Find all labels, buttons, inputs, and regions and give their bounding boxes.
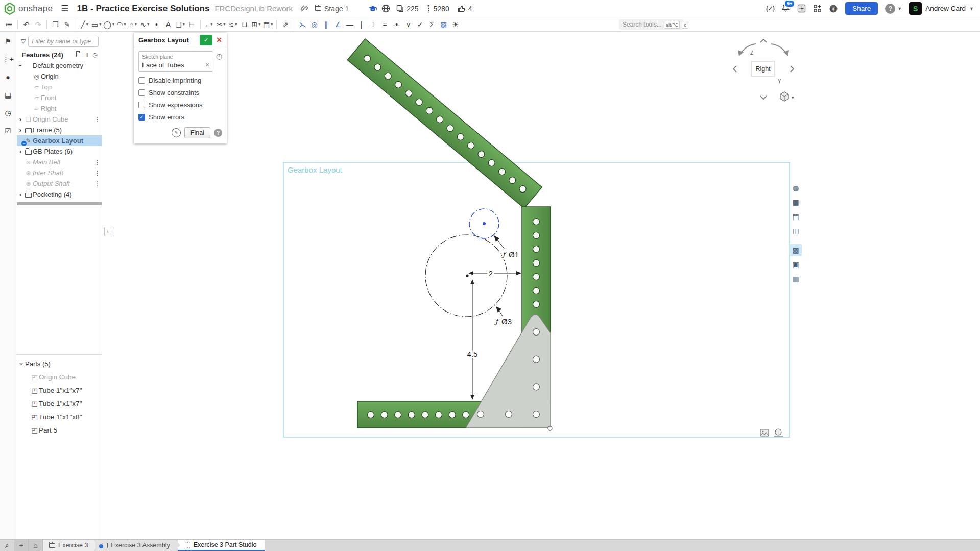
part-item[interactable]: Tube 1"x1"x7" xyxy=(17,384,102,397)
release-tasks-icon[interactable] xyxy=(797,4,806,13)
section-view-panel-icon[interactable]: ◫ xyxy=(790,225,802,237)
dialog-accept-button[interactable] xyxy=(200,35,212,45)
active-sketch-icon[interactable]: ✎ ▾ xyxy=(61,18,73,31)
user-menu[interactable]: S Andrew Card ▼ xyxy=(909,2,974,15)
sketch-origin-point[interactable] xyxy=(548,426,552,430)
part-item[interactable]: Tube 1"x1"x8" xyxy=(17,410,102,423)
tab-exercise-3[interactable]: Exercise 3 xyxy=(43,540,98,551)
model-viewport[interactable]: Gearbox Layout 2 xyxy=(102,32,980,539)
sketch-pattern-tool[interactable]: ⊞ ▾ xyxy=(250,18,262,31)
dialog-cancel-button[interactable] xyxy=(216,36,222,44)
undo-button[interactable]: ↶ ▾ xyxy=(20,18,32,31)
parts-expander-icon[interactable]: › xyxy=(18,360,26,367)
preview-toggle-icon[interactable]: ✎ xyxy=(172,128,181,137)
fillet-tool[interactable]: ⌐ ▾ xyxy=(203,18,215,31)
text-tool[interactable]: A ▾ xyxy=(162,18,174,31)
concentric-constraint[interactable]: ◎ ▾ xyxy=(308,18,320,31)
use-project-tool[interactable]: ❏ ▾ xyxy=(174,18,186,31)
overflow-menu-icon[interactable]: ⋮ xyxy=(94,180,100,187)
point-tool[interactable]: • ▾ xyxy=(151,18,162,31)
feature-tree-item[interactable]: › Origin Cube ⋮ xyxy=(17,114,102,125)
rotate-cw-icon[interactable] xyxy=(771,44,786,53)
coincident-constraint[interactable]: ⋋ ▾ xyxy=(297,18,308,31)
sketch-feature-list-icon[interactable]: ≔ ▾ xyxy=(3,18,15,31)
trim-tool[interactable]: ✂ ▾ xyxy=(215,18,227,31)
view-left-arrow-icon[interactable] xyxy=(733,66,736,72)
dimension-height-value[interactable]: 4.5 xyxy=(467,350,478,358)
arc-tool[interactable]: ◠ ▾ xyxy=(115,18,127,31)
filter-input[interactable] xyxy=(28,36,99,47)
follow-mode-icon[interactable]: ⋮+ xyxy=(3,54,13,64)
feature-tree-item[interactable]: › Origin ⋮ xyxy=(17,71,102,82)
rotate-ccw-icon[interactable] xyxy=(741,44,756,53)
tab-exercise-3-part-studio[interactable]: Exercise 3 Part Studio xyxy=(178,540,265,551)
history-clock-icon[interactable]: ◷ xyxy=(92,52,98,58)
tab-search-icon[interactable]: ⌕ xyxy=(0,540,14,551)
tab-exercise-3-assembly[interactable]: Exercise 3 Assembly xyxy=(95,540,180,551)
hatch-fill-icon[interactable]: ▨ ▾ xyxy=(438,18,449,31)
breadcrumb[interactable]: Stage 1 xyxy=(315,5,349,13)
curvature-visualization-icon[interactable]: ☀ ▾ xyxy=(449,18,461,31)
render-options-panel-icon[interactable]: ◍ xyxy=(790,182,802,194)
filter-icon[interactable]: ▽ xyxy=(21,38,26,45)
polygon-tool[interactable]: ⌂ ▾ xyxy=(127,18,139,31)
versions-icon[interactable]: ⚑ xyxy=(3,36,13,46)
feature-tree-item[interactable]: › Right ⋮ xyxy=(17,103,102,114)
public-globe-icon[interactable] xyxy=(381,4,390,13)
onshape-logo[interactable]: onshape xyxy=(4,3,53,15)
dimension-height[interactable]: 4.5 xyxy=(467,279,478,400)
render-mode-icon[interactable] xyxy=(760,429,769,436)
performance-panel-icon[interactable]: ▩ xyxy=(790,244,802,256)
feature-tree-item[interactable]: › Main Belt ⋮ xyxy=(17,157,102,167)
learning-center-icon[interactable]: ✳ xyxy=(829,4,838,13)
sketch-frame-label[interactable]: Gearbox Layout xyxy=(288,165,343,174)
part-item[interactable]: Origin Cube xyxy=(17,370,102,384)
workspace-name[interactable]: FRCDesignLib Rework xyxy=(214,4,293,13)
feature-tree-item[interactable]: › Default geometry ⋮ xyxy=(17,60,102,71)
dimension-d1-value[interactable]: Ø1 xyxy=(509,250,519,259)
search-tools-box[interactable]: Search tools... alt/⌥ c xyxy=(619,19,683,30)
document-title[interactable]: 1B - Practice Exercise Solutions xyxy=(77,4,210,14)
redo-button[interactable]: ↷ ▾ xyxy=(32,18,44,31)
dialog-checkbox[interactable]: Show constraints xyxy=(138,89,222,97)
feature-tree-item[interactable]: › GB Plates (6) ⋮ xyxy=(17,146,102,157)
line-tool[interactable]: ╱ ▾ xyxy=(79,18,90,31)
views-stat[interactable]: 5280 xyxy=(426,5,449,13)
feature-tree-item[interactable]: › Top ⋮ xyxy=(17,82,102,92)
copies-stat[interactable]: 225 xyxy=(396,5,418,13)
comments-icon[interactable]: ● xyxy=(3,72,13,82)
circle-d3-center-point[interactable] xyxy=(466,274,468,277)
feature-tree-item[interactable]: › Frame (5) ⋮ xyxy=(17,125,102,135)
dimension-d3[interactable]: ƒ Ø3 xyxy=(494,306,512,326)
tangent-constraint[interactable]: ∠ ▾ xyxy=(332,18,344,31)
view-down-arrow-icon[interactable] xyxy=(760,96,767,99)
named-views-panel-icon[interactable]: ▦ xyxy=(790,196,802,208)
tables-panel-icon[interactable]: ▥ xyxy=(790,273,802,285)
parts-header[interactable]: › Parts (5) xyxy=(17,357,102,370)
expander-chevron-icon[interactable]: › xyxy=(17,126,24,134)
vertical-constraint[interactable]: | ▾ xyxy=(355,18,367,31)
rectangle-tool[interactable]: ▭ ▾ xyxy=(90,18,102,31)
dialog-checkbox[interactable]: Disable imprinting xyxy=(138,77,222,84)
suppress-pause-icon[interactable]: ‖ xyxy=(86,52,89,58)
featurescript-notices-icon[interactable]: {✓} xyxy=(766,5,775,12)
help-menu[interactable]: ? ▼ xyxy=(885,4,902,14)
ground-shadow-icon[interactable] xyxy=(774,429,783,436)
horizontal-constraint[interactable]: — ▾ xyxy=(344,18,355,31)
clear-selection-icon[interactable]: ✕ xyxy=(205,62,210,68)
new-tab-button[interactable]: + xyxy=(14,540,29,551)
midpoint-constraint[interactable]: -•- ▾ xyxy=(391,18,402,31)
normal-constraint[interactable]: ✓ ▾ xyxy=(414,18,426,31)
slot-tool[interactable]: ⊔ ▾ xyxy=(238,18,250,31)
expander-chevron-icon[interactable]: › xyxy=(17,115,24,123)
dimension-d3-value[interactable]: Ø3 xyxy=(501,317,512,326)
features-flyout-handle[interactable]: ≔ xyxy=(104,227,114,236)
notifications-button[interactable]: 9+ xyxy=(781,3,790,14)
spline-tool[interactable]: ∿ ▾ xyxy=(139,18,151,31)
dialog-help-icon[interactable]: ? xyxy=(214,129,222,137)
view-mode-cube-icon[interactable]: ▾ xyxy=(780,92,794,101)
import-dxf-tool[interactable]: ▤ ▾ xyxy=(262,18,274,31)
circle-tool[interactable]: ◯ ▾ xyxy=(102,18,115,31)
dialog-header[interactable]: Gearbox Layout xyxy=(134,33,227,47)
part-item[interactable]: Tube 1"x1"x7" xyxy=(17,397,102,410)
